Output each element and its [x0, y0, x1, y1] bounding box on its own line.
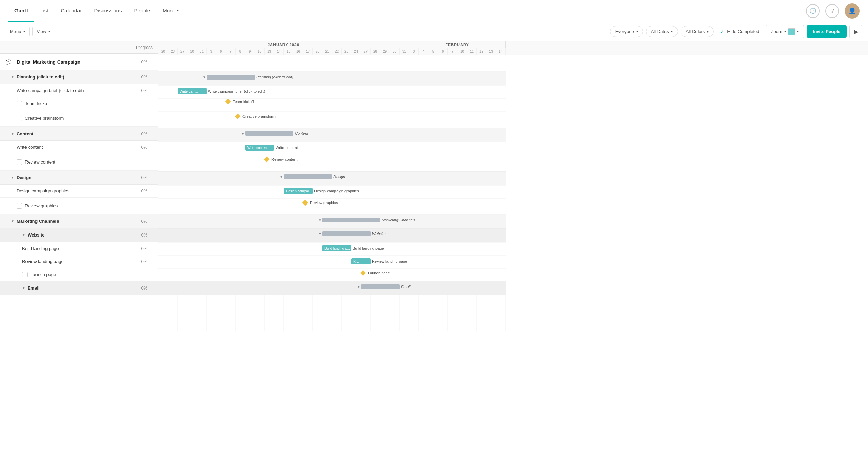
project-name: Digital Marketing Campaign [17, 59, 131, 65]
marketing-group-row[interactable]: ▼ Marketing Channels 0% [0, 214, 158, 228]
hide-completed-toggle[interactable]: ✓ Hide Completed [716, 28, 763, 35]
review-graphics-label: Review graphics [310, 201, 338, 205]
task-row[interactable]: Review graphics [0, 198, 158, 214]
day-cell: 31 [197, 48, 207, 55]
task-progress: 0% [131, 246, 158, 251]
email-group-name: Email [28, 285, 131, 291]
day-cell: 9 [245, 48, 255, 55]
task-checkbox[interactable] [22, 272, 28, 277]
task-name: Review graphics [25, 203, 131, 208]
gantt-triangle: ▼ [318, 218, 322, 222]
day-cell: 23 [168, 48, 178, 55]
menu-button[interactable]: Menu ▾ [6, 27, 30, 36]
task-row[interactable]: Creative brainstorm [0, 110, 158, 127]
gantt-header: JANUARY 2020 FEBRUARY 20 23 27 30 31 3 6… [158, 41, 868, 55]
email-group-row[interactable]: ▼ Email 0% [0, 281, 158, 295]
task-name: Team kickoff [25, 101, 131, 106]
day-cell: 6 [438, 48, 448, 55]
chevron-down-icon: ▾ [784, 30, 786, 33]
marketing-progress: 0% [131, 219, 158, 224]
website-group-row[interactable]: ▼ Website 0% [0, 228, 158, 242]
marketing-group-name: Marketing Channels [17, 219, 131, 224]
task-name: Review landing page [22, 259, 131, 264]
task-checkbox[interactable] [17, 116, 22, 121]
day-cell: 3 [207, 48, 216, 55]
email-label: Email [401, 285, 411, 289]
task-row[interactable]: Build landing page 0% [0, 242, 158, 255]
comment-icon[interactable]: 💬 [6, 59, 11, 65]
user-avatar[interactable]: 👤 [845, 3, 860, 19]
task-row[interactable]: Write content 0% [0, 141, 158, 154]
present-button[interactable]: ▶ [849, 25, 862, 38]
review-content-label: Review content [271, 157, 297, 161]
day-cell: 27 [178, 48, 187, 55]
project-row[interactable]: 💬 Digital Marketing Campaign 0% [0, 54, 158, 70]
day-cell: 7 [448, 48, 457, 55]
collapse-triangle[interactable]: ▼ [11, 176, 14, 179]
task-row[interactable]: Design campaign graphics 0% [0, 185, 158, 198]
day-cell: 12 [477, 48, 486, 55]
everyone-filter[interactable]: Everyone ▾ [610, 26, 643, 37]
website-progress: 0% [131, 232, 158, 238]
nav-more[interactable]: More ▾ [156, 0, 185, 22]
day-cell: 11 [467, 48, 477, 55]
email-progress: 0% [131, 285, 158, 291]
invite-people-button[interactable]: Invite People [807, 25, 847, 38]
svg-rect-6 [158, 112, 506, 128]
svg-rect-46 [322, 231, 371, 236]
task-checkbox[interactable] [17, 101, 22, 106]
nav-gantt[interactable]: Gantt [8, 0, 34, 22]
collapse-triangle[interactable]: ▼ [22, 286, 25, 290]
collapse-triangle[interactable]: ▼ [22, 233, 25, 237]
help-icon-button[interactable]: ? [825, 4, 839, 18]
content-group-row[interactable]: ▼ Content 0% [0, 127, 158, 141]
task-checkbox[interactable] [17, 203, 22, 209]
nav-list[interactable]: List [34, 0, 54, 22]
all-dates-filter[interactable]: All Dates ▾ [646, 26, 678, 37]
svg-rect-16 [158, 255, 506, 269]
svg-rect-5 [158, 98, 506, 112]
day-cell: 16 [293, 48, 303, 55]
day-cell: 20 [313, 48, 322, 55]
collapse-triangle[interactable]: ▼ [11, 219, 14, 223]
task-row[interactable]: Review content [0, 154, 158, 170]
design-group-row[interactable]: ▼ Design 0% [0, 171, 158, 185]
view-button[interactable]: View ▾ [32, 27, 55, 36]
task-progress: 0% [131, 145, 158, 150]
nav-calendar[interactable]: Calendar [55, 0, 88, 22]
all-colors-filter[interactable]: All Colors ▾ [681, 26, 714, 37]
design-progress: 0% [131, 175, 158, 180]
day-cell: 13 [486, 48, 496, 55]
nav-people[interactable]: People [128, 0, 156, 22]
task-row[interactable]: Review landing page 0% [0, 255, 158, 268]
collapse-triangle[interactable]: ▼ [11, 75, 14, 79]
day-cell: 3 [409, 48, 419, 55]
january-month-label: JANUARY 2020 [158, 41, 409, 48]
content-label: Content [295, 131, 308, 135]
day-cell: 30 [390, 48, 400, 55]
day-cell: 30 [187, 48, 197, 55]
zoom-control[interactable]: Zoom ▾ ▾ [766, 25, 804, 38]
day-cell: 31 [400, 48, 409, 55]
task-name: Design campaign graphics [17, 188, 131, 193]
design-section: ▼ Design 0% Design campaign graphics 0% … [0, 171, 158, 214]
planning-group-row[interactable]: ▼ Planning (click to edit) 0% [0, 70, 158, 84]
write-brief-bar-label: Write cam... [180, 90, 198, 93]
day-cell: 17 [303, 48, 313, 55]
task-row[interactable]: Team kickoff [0, 97, 158, 110]
svg-rect-45 [322, 218, 380, 222]
task-progress: 0% [131, 188, 158, 193]
review-landing-label: Review landing page [372, 259, 407, 263]
task-row[interactable]: Write campaign brief (click to edit) 0% [0, 84, 158, 97]
nav-discussions[interactable]: Discussions [88, 0, 128, 22]
collapse-triangle[interactable]: ▼ [11, 132, 14, 136]
month-row: JANUARY 2020 FEBRUARY [158, 41, 868, 48]
planning-label: Planning (click to edit) [256, 75, 293, 79]
svg-rect-9 [158, 155, 506, 171]
task-checkbox[interactable] [17, 159, 22, 165]
task-name: Creative brainstorm [25, 116, 131, 121]
timer-icon-button[interactable]: 🕐 [806, 4, 820, 18]
chevron-down-icon: ▾ [707, 30, 709, 33]
task-row[interactable]: Launch page [0, 268, 158, 281]
days-row: 20 23 27 30 31 3 6 7 8 9 10 13 14 15 16 … [158, 48, 868, 55]
